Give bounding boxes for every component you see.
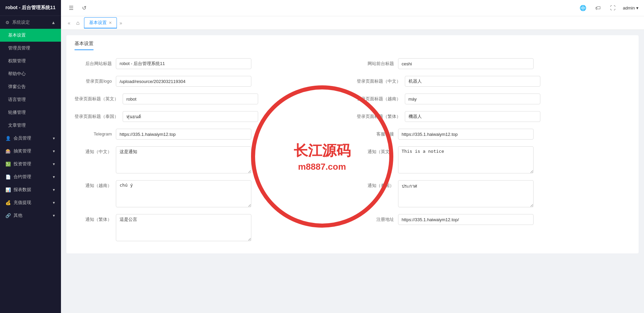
- investment-icon: 💹: [5, 162, 11, 167]
- form-field-register-url: 注册地址: [357, 214, 631, 225]
- page-title: 基本设置: [75, 41, 94, 50]
- login-title-vi-input[interactable]: [405, 93, 540, 104]
- sidebar-item-label: 文章管理: [8, 122, 26, 128]
- chevron-down-icon: ▼: [52, 137, 56, 140]
- sidebar-group-label: 抽奖管理: [14, 148, 31, 154]
- login-title-zh-input[interactable]: [405, 76, 540, 87]
- sidebar-group-label: 会员管理: [14, 135, 31, 141]
- content-area: 基本设置 后台网站标题 网站前台标题 登录页面logo: [61, 30, 644, 313]
- login-logo-label: 登录页面logo: [75, 76, 112, 84]
- sidebar-item-permission-management[interactable]: 权限管理: [0, 55, 61, 67]
- form-field-service: 客服链接: [357, 129, 631, 140]
- telegram-input[interactable]: [116, 129, 251, 140]
- sidebar-group-label: 合约管理: [14, 174, 31, 180]
- home-tab-button[interactable]: ⌂: [73, 18, 83, 28]
- contract-icon: 📄: [5, 174, 11, 180]
- tab-label: 基本设置: [89, 20, 107, 26]
- sidebar-group-label: 投资管理: [14, 161, 31, 167]
- topbar-right: 🌐 🏷 ⛶ admin ▾: [578, 3, 639, 13]
- sidebar-group-recharge-withdraw[interactable]: 💰 充值提现 ▼: [0, 196, 61, 209]
- sidebar-item-label: 弹窗公告: [8, 84, 26, 90]
- form-field-notice-th: 通知（泰国）: [357, 180, 631, 207]
- sidebar-group-lottery-management[interactable]: 🎰 抽奖管理 ▼: [0, 145, 61, 158]
- form-row-5: Telegram 客服链接: [75, 129, 630, 140]
- frontend-title-input[interactable]: [398, 58, 534, 69]
- sidebar-item-basic-settings[interactable]: 基本设置: [0, 29, 61, 42]
- sidebar-group-label: 其他: [14, 212, 22, 218]
- form-field-login-title-th: 登录页面标题（泰国）: [75, 111, 349, 122]
- sidebar-item-language-management[interactable]: 语言管理: [0, 93, 61, 106]
- main-area: ☰ ↺ 🌐 🏷 ⛶ admin ▾ « ⌂ 基本设置 ✕ » 基本设置: [61, 0, 644, 313]
- backend-title-input[interactable]: [116, 58, 251, 69]
- sidebar-group-member-management[interactable]: 👤 会员管理 ▼: [0, 132, 61, 145]
- form-field-login-logo: 登录页面logo: [75, 76, 349, 87]
- login-title-th-label: 登录页面标题（泰国）: [75, 111, 119, 120]
- login-title-tw-input[interactable]: [405, 111, 540, 122]
- settings-icon: ⚙: [5, 20, 9, 25]
- notice-tw-textarea[interactable]: [116, 214, 251, 241]
- globe-icon-button[interactable]: 🌐: [578, 3, 588, 13]
- sidebar: robot - 后台管理系统11 ⚙ 系统设定 ▲ 基本设置 管理员管理 权限管…: [0, 0, 61, 313]
- chevron-down-icon: ▼: [52, 149, 56, 153]
- tag-icon-button[interactable]: 🏷: [593, 3, 603, 13]
- form-field-frontend-title: 网站前台标题: [357, 58, 631, 69]
- form-row-7: 通知（越南） 通知（泰国）: [75, 180, 630, 207]
- chevron-up-icon: ▲: [51, 20, 56, 25]
- form-field-login-title-zh: 登录页面标题（中文）: [357, 76, 631, 87]
- form-field-notice-zh: 通知（中文）: [75, 146, 349, 173]
- form-row-2: 登录页面logo 登录页面标题（中文）: [75, 76, 630, 87]
- menu-toggle-button[interactable]: ☰: [66, 3, 76, 13]
- notice-zh-textarea[interactable]: [116, 146, 251, 173]
- chevron-down-icon: ▼: [52, 201, 56, 205]
- service-input[interactable]: [398, 129, 534, 140]
- sidebar-item-help-center[interactable]: 帮助中心: [0, 67, 61, 80]
- notice-tw-label: 通知（繁体）: [75, 214, 112, 223]
- tab-basic-settings[interactable]: 基本设置 ✕: [84, 17, 117, 28]
- form-row-1: 后台网站标题 网站前台标题: [75, 58, 630, 69]
- sidebar-logo: robot - 后台管理系统11: [0, 0, 61, 16]
- sidebar-item-carousel-management[interactable]: 轮播管理: [0, 106, 61, 119]
- sidebar-item-article-management[interactable]: 文章管理: [0, 119, 61, 132]
- admin-chevron-icon: ▾: [636, 5, 639, 11]
- login-title-en-input[interactable]: [123, 93, 258, 104]
- recharge-icon: 💰: [5, 200, 11, 205]
- form-field-login-title-en: 登录页面标题（英文）: [75, 93, 349, 104]
- form-field-notice-vi: 通知（越南）: [75, 180, 349, 207]
- form-field-notice-en: 通知（英文）: [357, 146, 631, 173]
- sidebar-item-label: 语言管理: [8, 97, 26, 103]
- other-icon: 🔗: [5, 213, 11, 218]
- tab-nav-left-button[interactable]: «: [66, 19, 72, 27]
- sidebar-group-contract-management[interactable]: 📄 合约管理 ▼: [0, 170, 61, 183]
- refresh-button[interactable]: ↺: [79, 3, 89, 13]
- sidebar-item-admin-management[interactable]: 管理员管理: [0, 42, 61, 55]
- register-url-label: 注册地址: [357, 214, 394, 223]
- login-title-th-input[interactable]: [123, 111, 258, 122]
- tab-nav-right-button[interactable]: »: [118, 19, 124, 27]
- sidebar-items-system: 基本设置 管理员管理 权限管理 帮助中心 弹窗公告 语言管理 轮播管理 文章管理: [0, 29, 61, 132]
- register-url-input[interactable]: [398, 214, 534, 225]
- notice-th-textarea[interactable]: [398, 180, 534, 207]
- sidebar-group-other[interactable]: 🔗 其他 ▼: [0, 209, 61, 222]
- telegram-label: Telegram: [75, 129, 112, 137]
- sidebar-item-label: 管理员管理: [8, 45, 30, 51]
- admin-menu-button[interactable]: admin ▾: [623, 5, 639, 11]
- chevron-down-icon: ▼: [52, 175, 56, 179]
- sidebar-item-popup-announcement[interactable]: 弹窗公告: [0, 80, 61, 93]
- form-row-4: 登录页面标题（泰国） 登录页面标题（繁体）: [75, 111, 630, 122]
- form-row-8: 通知（繁体） 注册地址: [75, 214, 630, 241]
- sidebar-section-system-settings[interactable]: ⚙ 系统设定 ▲: [0, 16, 61, 29]
- topbar-left: ☰ ↺: [66, 3, 574, 13]
- login-logo-input[interactable]: [116, 76, 251, 87]
- sidebar-item-label: 基本设置: [8, 32, 26, 38]
- sidebar-group-investment-management[interactable]: 💹 投资管理 ▼: [0, 158, 61, 170]
- fullscreen-button[interactable]: ⛶: [608, 3, 618, 13]
- chevron-down-icon: ▼: [52, 214, 56, 217]
- chevron-down-icon: ▼: [52, 162, 56, 166]
- sidebar-group-report-data[interactable]: 📊 报表数据 ▼: [0, 183, 61, 196]
- login-title-vi-label: 登录页面标题（越南）: [357, 93, 401, 102]
- login-title-tw-label: 登录页面标题（繁体）: [357, 111, 401, 120]
- notice-en-textarea[interactable]: [398, 146, 534, 173]
- notice-vi-textarea[interactable]: [116, 180, 251, 207]
- notice-zh-label: 通知（中文）: [75, 146, 112, 155]
- tab-close-icon[interactable]: ✕: [109, 21, 112, 25]
